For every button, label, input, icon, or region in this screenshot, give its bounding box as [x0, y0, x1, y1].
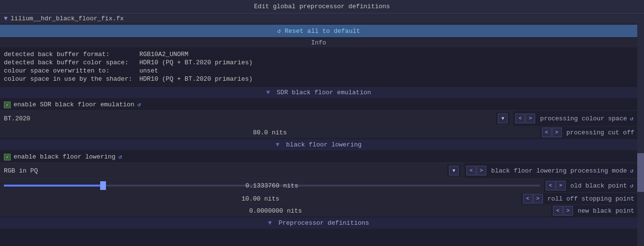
colour-space-label: processing colour space — [537, 115, 629, 122]
cutoff-prev-button[interactable]: < — [542, 128, 552, 137]
processing-cutoff-row: 80.0 nits < > processing cut off — [0, 126, 637, 138]
colour-space-next-button[interactable]: > — [525, 114, 535, 123]
main-scroll-area[interactable]: ▼ lilium__hdr_black_floor_fix.fx ↺ Reset… — [0, 14, 637, 246]
info-label: Info — [311, 39, 326, 46]
info-value-3: unset — [139, 67, 158, 74]
old-black-point-prev-button[interactable]: < — [546, 181, 555, 190]
processing-mode-btn-group: ▼ — [447, 165, 461, 176]
enable-black-floor-row[interactable]: ✓ enable black floor lowering ↺ — [0, 151, 637, 162]
check-icon: ✓ — [6, 102, 9, 108]
old-black-point-next-button[interactable]: > — [556, 181, 566, 190]
enable-sdr-label: enable SDR black floor emulation — [14, 101, 135, 108]
old-black-point-reset-button[interactable]: ↺ — [630, 182, 637, 189]
info-value-2: HDR10 (PQ + BT.2020 primaries) — [139, 59, 253, 66]
new-black-point-next-button[interactable]: > — [563, 206, 573, 216]
processing-colour-space-row: BT.2020 ▼ < > processing colour spa — [0, 110, 637, 126]
reset-all-label: ↺ Reset all to default — [277, 28, 360, 35]
reset-all-button[interactable]: ↺ Reset all to default — [0, 25, 637, 37]
info-line-2: detected back buffer color space: HDR10 … — [4, 58, 633, 67]
processing-mode-value: RGB in PQ — [4, 167, 447, 174]
preprocessor-section-title: Preprocessor definitions — [279, 219, 369, 227]
info-label-1: detected back buffer format: — [4, 51, 139, 58]
colour-space-reset-button[interactable]: ↺ — [630, 115, 637, 122]
new-black-point-prev-button[interactable]: < — [553, 206, 563, 216]
info-block: detected back buffer format: RGB10A2_UNO… — [0, 47, 637, 86]
cutoff-value: 80.0 nits — [0, 127, 540, 138]
black-floor-section-title: black floor lowering — [286, 141, 361, 148]
processing-mode-dropdown-button[interactable]: ▼ — [449, 166, 459, 175]
enable-black-floor-checkbox[interactable]: ✓ — [4, 154, 11, 160]
new-black-point-label: new black point — [575, 207, 637, 215]
new-black-point-row: 0.0000000 nits < > new black point — [0, 204, 637, 217]
enable-sdr-checkbox[interactable]: ✓ — [4, 101, 11, 108]
old-black-point-slider[interactable]: 0.1333760 nits — [0, 179, 544, 192]
title-bar: Edit global preprocessor definitions — [0, 0, 644, 14]
main-window: Edit global preprocessor definitions ▼ l… — [0, 0, 644, 246]
roll-off-row: 10.00 nits < > roll off stopping point — [0, 192, 637, 204]
new-black-point-value: 0.0000000 nits — [0, 205, 551, 217]
colour-space-dropdown-button[interactable]: ▼ — [498, 114, 508, 123]
roll-off-btn-group: < > — [521, 193, 545, 204]
black-floor-section-header: ▼ black floor lowering — [0, 139, 637, 150]
check-icon-2: ✓ — [6, 154, 9, 160]
cutoff-btn-group: < > — [540, 127, 564, 138]
info-label-4: colour space in use by the shader: — [4, 75, 139, 83]
enable-sdr-row[interactable]: ✓ enable SDR black floor emulation ↺ — [0, 99, 637, 110]
file-collapse-arrow[interactable]: ▼ — [4, 15, 8, 22]
colour-space-prev-button[interactable]: < — [515, 114, 525, 123]
sdr-section-header: ▼ SDR black floor emulation — [0, 87, 637, 98]
cutoff-next-button[interactable]: > — [552, 128, 562, 137]
preprocessor-section-header: ▼ Preprocessor definitions — [0, 217, 637, 229]
info-value-1: RGB10A2_UNORM — [139, 51, 188, 58]
roll-off-label: roll off stopping point — [545, 195, 637, 203]
scrollbar-thumb[interactable] — [637, 153, 644, 192]
processing-mode-left: RGB in PQ ▼ — [0, 163, 464, 178]
slider-track — [4, 185, 540, 187]
info-section-header: Info — [0, 38, 637, 47]
content-area: ▼ lilium__hdr_black_floor_fix.fx ↺ Reset… — [0, 14, 644, 246]
colour-space-left: BT.2020 ▼ — [0, 111, 513, 126]
file-name: lilium__hdr_black_floor_fix.fx — [11, 15, 124, 22]
old-black-point-row: 0.1333760 nits < > old black point ↺ — [0, 178, 637, 192]
roll-off-prev-button[interactable]: < — [523, 194, 533, 203]
window-title: Edit global preprocessor definitions — [254, 3, 390, 10]
scrollbar[interactable] — [637, 14, 644, 246]
processing-mode-arrow-group: < > — [464, 165, 488, 176]
processing-mode-reset-button[interactable]: ↺ — [630, 167, 637, 174]
black-floor-enable-reset-button[interactable]: ↺ — [119, 153, 122, 160]
info-label-3: colour space overwritten to: — [4, 67, 139, 74]
colour-space-arrow-group: < > — [513, 113, 537, 124]
roll-off-next-button[interactable]: > — [533, 194, 543, 203]
sdr-section-title: SDR black floor emulation — [277, 89, 371, 96]
roll-off-value: 10.00 nits — [0, 193, 521, 204]
info-value-4: HDR10 (PQ + BT.2020 primaries) — [139, 75, 253, 83]
slider-thumb[interactable] — [100, 181, 106, 190]
old-black-point-btn-group: < > — [544, 180, 568, 191]
cutoff-label: processing cut off — [564, 129, 637, 136]
processing-mode-label: black floor lowering processing mode — [488, 167, 630, 174]
info-line-3: colour space overwritten to: unset — [4, 67, 633, 75]
sdr-enable-reset-button[interactable]: ↺ — [137, 101, 141, 108]
enable-black-floor-label: enable black floor lowering — [14, 153, 116, 160]
processing-mode-next-button[interactable]: > — [477, 166, 486, 175]
slider-fill — [4, 185, 100, 187]
colour-space-btn-group: ▼ — [496, 113, 509, 124]
processing-mode-row: RGB in PQ ▼ < > black floor lowerin — [0, 162, 637, 178]
colour-space-value: BT.2020 — [4, 115, 496, 122]
old-black-point-label: old black point — [568, 182, 630, 189]
file-section-header[interactable]: ▼ lilium__hdr_black_floor_fix.fx — [0, 14, 637, 24]
processing-mode-prev-button[interactable]: < — [466, 166, 476, 175]
info-label-2: detected back buffer color space: — [4, 59, 139, 66]
new-black-point-btn-group: < > — [551, 205, 575, 217]
info-line-1: detected back buffer format: RGB10A2_UNO… — [4, 50, 633, 58]
info-line-4: colour space in use by the shader: HDR10… — [4, 75, 633, 83]
